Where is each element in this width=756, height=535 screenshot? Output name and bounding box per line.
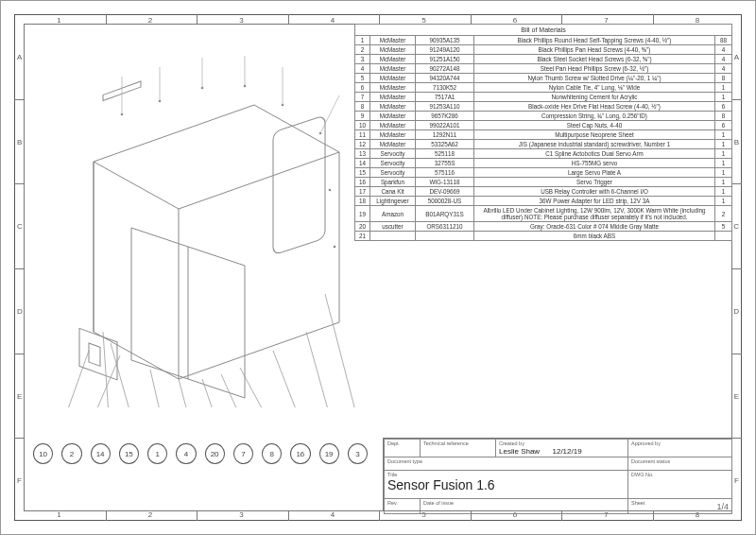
grid-row-label: B	[17, 138, 22, 147]
bom-supplier: Servocity	[370, 159, 416, 168]
bom-item-no: 20	[355, 222, 370, 232]
bom-qty: 1	[715, 140, 732, 149]
tb-created: Created by Leslie Shaw 12/12/19	[496, 440, 628, 457]
bom-item-no: 2	[355, 45, 370, 55]
bom-desc: Compression String, ¾" Long, 0.256"ID)	[474, 112, 715, 121]
bom-desc: 6mm black ABS	[474, 232, 715, 241]
balloon-19: 19	[319, 443, 339, 464]
bom-desc: HS-755MG servo	[474, 159, 715, 168]
bom-row: 15 Servocity 575116 Large Servo Plate A …	[355, 168, 732, 178]
bom-supplier: Servocity	[370, 168, 416, 178]
bom-qty: 1	[715, 149, 732, 159]
bom-row: 19 Amazon B01ARQY31S Albrillo LED Under …	[355, 206, 732, 222]
bom-desc: Albrillo LED Under Cabinet Lighting, 12W…	[474, 206, 715, 222]
balloon-3: 3	[348, 443, 368, 464]
tb-doctype: Document type	[385, 457, 628, 471]
bom-row: 18 Lightingever 5000028-US 36W Power Ada…	[355, 197, 732, 206]
bom-desc: Black Steel Socket Head Screws (6-32, ⅝"…	[474, 55, 715, 64]
svg-line-11	[179, 379, 196, 407]
grid-col-label: 2	[148, 510, 152, 519]
bom-part: 91249A120	[416, 45, 474, 55]
bom-desc: Servo Trigger	[474, 178, 715, 187]
tb-rev: Rev.	[385, 499, 421, 514]
grid-row-label: E	[17, 392, 22, 401]
bom-part: 5000028-US	[416, 197, 474, 206]
bom-row: 4 McMaster 90272A148 Steel Pan Head Phil…	[355, 64, 732, 74]
bom-part: 9657K286	[416, 112, 474, 121]
bom-part: 99022A101	[416, 121, 474, 130]
bom-part: 575116	[416, 168, 474, 178]
svg-point-24	[329, 189, 332, 192]
bom-row: 2 McMaster 91249A120 Black Phillips Pan …	[355, 45, 732, 55]
grid-row-label: E	[734, 392, 739, 401]
svg-line-10	[150, 370, 167, 407]
svg-line-6	[56, 351, 89, 407]
bom-row: 9 McMaster 9657K286 Compression String, …	[355, 112, 732, 121]
svg-line-12	[202, 379, 224, 407]
bom-part: B01ARQY31S	[416, 206, 474, 222]
bom-supplier: uscutter	[370, 222, 416, 232]
grid-col-label: 1	[57, 16, 60, 25]
bom-qty: 6	[715, 102, 732, 112]
svg-rect-1	[273, 115, 325, 255]
bom-row: 3 McMaster 91251A150 Black Steel Socket …	[355, 55, 732, 64]
bom-row: 6 McMaster 7130K52 Nylon Cable Tie, 4" L…	[355, 83, 732, 93]
bom-row: 11 McMaster 1292N11 Multipurpose Neopren…	[355, 130, 732, 140]
tb-sheet: Sheet 1/4	[628, 499, 732, 514]
bom-desc: USB Relay Controller with 6-Channel I/O	[474, 187, 715, 197]
bom-part: 7130K52	[416, 83, 474, 93]
bom-part: WIG-13118	[416, 178, 474, 187]
bom-qty: 88	[715, 36, 732, 45]
svg-rect-2	[79, 328, 117, 380]
bom-qty: 1	[715, 168, 732, 178]
grid-col-label: 3	[239, 16, 243, 25]
bom-part: 91253A110	[416, 102, 474, 112]
balloon-15: 15	[119, 443, 139, 464]
bom-row: 12 McMaster 53325A62 JIS (Japanese indus…	[355, 140, 732, 149]
bom-qty: 2	[715, 206, 732, 222]
bom-row: 8 McMaster 91253A110 Black-oxide Hex Dri…	[355, 102, 732, 112]
bom-item-no: 13	[355, 149, 370, 159]
bom-part: ORS6311210	[416, 222, 474, 232]
bom-qty: 1	[715, 93, 732, 102]
bom-row: 13 Servocity 525118 C1 Spline Actobotics…	[355, 149, 732, 159]
bom-qty: 1	[715, 197, 732, 206]
bom-row: 10 McMaster 99022A101 Steel Cap Nuts, 4-…	[355, 121, 732, 130]
tb-techref: Technical reference	[421, 440, 496, 457]
bom-item-no: 14	[355, 159, 370, 168]
bom-part: 525118	[416, 149, 474, 159]
balloon-8: 8	[262, 443, 282, 464]
bom-supplier: McMaster	[370, 64, 416, 74]
bom-part	[416, 232, 474, 241]
grid-col-label: 2	[148, 16, 152, 25]
tb-doi: Date of issue	[421, 499, 628, 514]
grid-row-label: C	[17, 222, 23, 231]
grid-row-label: D	[17, 307, 23, 316]
bom-qty: 4	[715, 64, 732, 74]
svg-line-31	[320, 95, 339, 133]
bom-part: 32755S	[416, 159, 474, 168]
balloon-1: 1	[147, 443, 167, 464]
bom-supplier: Lightingever	[370, 197, 416, 206]
bom-row: 16 Sparkfun WIG-13118 Servo Trigger 1	[355, 178, 732, 187]
bom-qty: 1	[715, 159, 732, 168]
bom-desc: Black Phillips Round Head Self-Tapping S…	[474, 36, 715, 45]
bom-item-no: 19	[355, 206, 370, 222]
grid-row-label: C	[733, 222, 739, 231]
bom-supplier: Sparkfun	[370, 178, 416, 187]
bom-item-no: 1	[355, 36, 370, 45]
bom-item-no: 3	[355, 55, 370, 64]
grid-col-label: 4	[331, 510, 335, 519]
balloon-2: 2	[61, 443, 81, 464]
bom-qty: 5	[715, 222, 732, 232]
bom-supplier: McMaster	[370, 74, 416, 83]
balloon-16: 16	[290, 443, 310, 464]
bom-supplier: McMaster	[370, 93, 416, 102]
grid-row-label: A	[17, 53, 22, 61]
bom-desc: Nylon Cable Tie, 4" Long, ⅛" Wide	[474, 83, 715, 93]
bom-row: 17 Cana Kit DEV-09669 USB Relay Controll…	[355, 187, 732, 197]
grid-col-label: 3	[239, 510, 243, 519]
bom-desc: Nylon Thumb Screw w/ Slotted Drive (¼"-2…	[474, 74, 715, 83]
bom-qty: 1	[715, 130, 732, 140]
bom-item-no: 8	[355, 102, 370, 112]
